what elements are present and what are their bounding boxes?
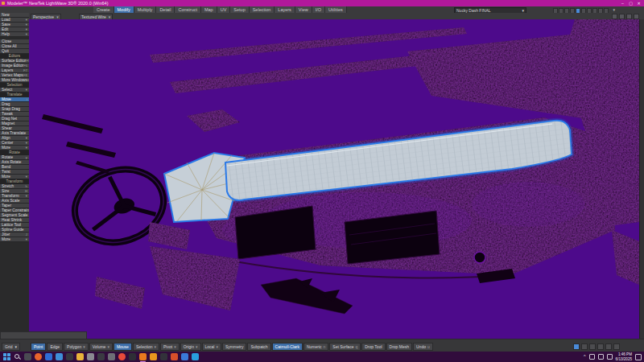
task-view-icon[interactable] bbox=[24, 353, 31, 360]
app-photos-icon[interactable] bbox=[56, 353, 63, 360]
app-chrome-icon[interactable] bbox=[118, 353, 126, 360]
tray-icon[interactable] bbox=[589, 354, 595, 360]
search-icon[interactable] bbox=[14, 353, 21, 360]
tab-layers[interactable]: Layers bbox=[275, 6, 295, 13]
app-camera-icon[interactable] bbox=[66, 353, 73, 360]
caret-down-icon: ▾ bbox=[26, 32, 27, 36]
sidebar-item-label: Align bbox=[2, 136, 10, 140]
drop-tool-button[interactable]: Drop Tool bbox=[361, 343, 385, 351]
catmull-clark-button[interactable]: Catmull-Clark bbox=[272, 343, 303, 351]
app-dark-3-icon[interactable] bbox=[160, 353, 167, 360]
origin-button[interactable]: Origin▾ bbox=[180, 343, 201, 351]
sidebar-item-label: Center bbox=[2, 141, 13, 145]
symmetry-button[interactable]: Symmetry bbox=[222, 343, 247, 351]
clock[interactable]: 1:46 PM 6/13/2025 bbox=[616, 352, 632, 360]
tab-utilities[interactable]: Utilities bbox=[325, 6, 347, 13]
undo-button[interactable]: Undou bbox=[413, 343, 433, 351]
polygon-button[interactable]: Polygon▾ bbox=[64, 343, 89, 351]
tray-icon[interactable] bbox=[607, 354, 613, 360]
close-button[interactable]: ✕ bbox=[635, 0, 642, 6]
viewport-header-icon[interactable] bbox=[634, 14, 639, 19]
tab-selection[interactable]: Selection bbox=[250, 6, 275, 13]
sidebar-item-label: Tweak bbox=[2, 112, 13, 116]
shortcut-hint: y bbox=[26, 155, 27, 159]
caret-down-icon: ▾ bbox=[26, 18, 27, 22]
toolbar-mini-icon[interactable] bbox=[581, 343, 588, 350]
app-dark-2-icon[interactable] bbox=[129, 353, 136, 360]
viewport-canvas[interactable] bbox=[29, 19, 639, 339]
app-blue-2-icon[interactable] bbox=[181, 353, 188, 360]
viewport-header-icon[interactable] bbox=[612, 14, 617, 19]
tab-construct[interactable]: Construct bbox=[175, 6, 201, 13]
titlebar[interactable]: Modeler™ NewTek LightWave 3D® 2020.0 (Wi… bbox=[0, 0, 644, 6]
sidebar-item-label: Jitter bbox=[2, 232, 10, 237]
lightwave-modeler-icon[interactable] bbox=[139, 353, 147, 360]
app-gray-1-icon[interactable] bbox=[108, 353, 115, 360]
maximize-button[interactable]: ▢ bbox=[627, 0, 634, 6]
mode-buttons: PointEdgePolygon▾Volume▾MouseSelection▾P… bbox=[31, 343, 433, 351]
toolbar-mini-icon[interactable] bbox=[573, 343, 580, 350]
button-label: Set Surface bbox=[332, 343, 353, 350]
app-cyan-1-icon[interactable] bbox=[192, 353, 199, 360]
sidebar-item-label: Surface Editor bbox=[2, 59, 26, 63]
hidden-icons-chevron[interactable]: ^ bbox=[584, 352, 586, 362]
toolbar-mini-icon[interactable] bbox=[605, 343, 612, 350]
tab-multiply[interactable]: Multiply bbox=[134, 6, 157, 13]
tab-view[interactable]: View bbox=[295, 6, 312, 13]
sidebar-item-label: Move bbox=[2, 97, 11, 101]
drop-mesh-button[interactable]: Drop Mesh bbox=[386, 343, 412, 351]
set-surface-button[interactable]: Set Surfaceq bbox=[329, 343, 361, 351]
viewport-header-icon[interactable] bbox=[626, 14, 632, 19]
app-blue-1-icon[interactable] bbox=[45, 353, 52, 360]
tray-icon[interactable] bbox=[598, 354, 604, 360]
local-button[interactable]: Local▾ bbox=[202, 343, 221, 351]
sidebar-item-label: Rotate bbox=[2, 155, 13, 159]
caret-down-icon: ▾ bbox=[107, 343, 109, 350]
grid-dropdown[interactable]: Grid ▾ bbox=[2, 343, 20, 351]
app-browser-icon[interactable] bbox=[35, 353, 42, 360]
tab-setup[interactable]: Setup bbox=[230, 6, 249, 13]
shortcut-hint: n bbox=[324, 343, 326, 350]
tab-create[interactable]: Create bbox=[93, 6, 114, 13]
tab-detail[interactable]: Detail bbox=[156, 6, 175, 13]
layer-bank-caret-icon[interactable]: ▾ bbox=[613, 7, 615, 13]
tab-i-o[interactable]: I/O bbox=[312, 6, 325, 13]
app-red-1-icon[interactable] bbox=[171, 353, 178, 360]
tab-map[interactable]: Map bbox=[201, 6, 217, 13]
pivot-button[interactable]: Pivot▾ bbox=[160, 343, 180, 351]
shortcut-hint: F7 bbox=[23, 68, 27, 72]
mouse-button[interactable]: Mouse bbox=[114, 343, 132, 351]
caret-down-icon: ▾ bbox=[26, 175, 27, 179]
point-button[interactable]: Point bbox=[31, 343, 46, 351]
shortcut-hint: F8 bbox=[23, 73, 27, 77]
tab-uv[interactable]: UV bbox=[217, 6, 231, 13]
toolbar-mini-icon[interactable] bbox=[613, 343, 620, 350]
tab-modify[interactable]: Modify bbox=[114, 6, 134, 13]
edge-button[interactable]: Edge bbox=[47, 343, 63, 351]
sidebar-item-label: Close All bbox=[2, 44, 17, 48]
subpatch-button[interactable]: Subpatch bbox=[247, 343, 270, 351]
system-tray: ^ 1:46 PM 6/13/2025 bbox=[584, 352, 642, 362]
viewport-scrollbar[interactable] bbox=[639, 19, 644, 339]
app-tools-icon[interactable] bbox=[87, 353, 94, 360]
sidebar-item-label: Select bbox=[2, 88, 12, 92]
toolbar-mini-icon[interactable] bbox=[597, 343, 604, 350]
toolbar-mini-icon[interactable] bbox=[589, 343, 596, 350]
file-explorer-icon[interactable] bbox=[76, 353, 84, 360]
sidebar-item-label: Drag Net bbox=[2, 117, 17, 121]
sidebar-item-label: Axis Rotate bbox=[2, 160, 22, 164]
viewport-header-icon[interactable] bbox=[619, 14, 625, 19]
notification-center-icon[interactable] bbox=[635, 354, 642, 360]
caret-down-icon: ▾ bbox=[14, 343, 17, 350]
lightwave-layout-icon[interactable] bbox=[150, 353, 157, 360]
volume-button[interactable]: Volume▾ bbox=[89, 343, 113, 351]
start-icon[interactable] bbox=[3, 353, 10, 360]
button-label: Origin bbox=[184, 343, 194, 350]
lightwave-modeler-window: Modeler™ NewTek LightWave 3D® 2020.0 (Wi… bbox=[0, 0, 644, 362]
numeric-button[interactable]: Numericn bbox=[303, 343, 328, 351]
sidebar-item-more[interactable]: More▾ bbox=[0, 237, 29, 242]
app-dark-1-icon[interactable] bbox=[97, 353, 105, 360]
sidebar-item-label: More bbox=[2, 237, 10, 241]
selection-button[interactable]: Selection▾ bbox=[133, 343, 159, 351]
minimize-button[interactable]: – bbox=[619, 0, 626, 6]
